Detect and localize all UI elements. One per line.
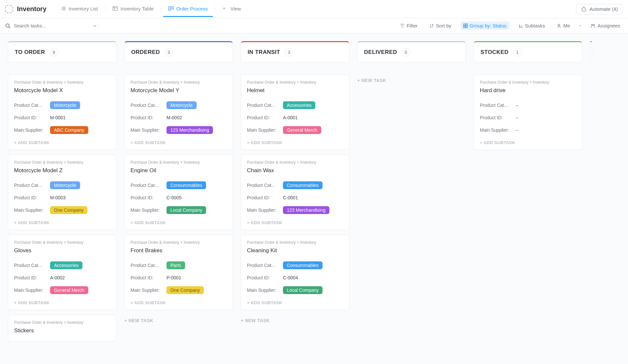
field-supplier: Main Supplier:123 Merchandising bbox=[131, 124, 227, 136]
card-title: Helmet bbox=[247, 87, 343, 94]
svg-rect-2 bbox=[172, 7, 173, 9]
card-title: Chain Wax bbox=[247, 167, 343, 174]
svg-rect-8 bbox=[466, 24, 467, 25]
card-title: Gloves bbox=[14, 247, 110, 254]
field-value: M-0001 bbox=[50, 115, 65, 120]
field-supplier: Main Supplier:– bbox=[480, 124, 576, 136]
task-card[interactable]: Purchase Order & Inventory > InventoryHe… bbox=[241, 74, 349, 150]
field-value: C-0004 bbox=[283, 275, 298, 280]
tabs: Inventory List Inventory Table Order Pro… bbox=[56, 1, 576, 17]
task-card[interactable]: Purchase Order & Inventory > InventoryMo… bbox=[8, 74, 116, 150]
me-button[interactable]: Me bbox=[554, 22, 573, 30]
new-task-button[interactable]: + NEW TASK bbox=[124, 315, 233, 326]
column-header[interactable]: ORDERED3 bbox=[124, 41, 233, 63]
tab-label: Order Process bbox=[176, 6, 208, 11]
filter-button[interactable]: Filter bbox=[397, 22, 420, 30]
group-button[interactable]: Group by: Status bbox=[461, 22, 509, 30]
task-card[interactable]: Purchase Order & Inventory > InventoryMo… bbox=[8, 155, 116, 230]
column-header[interactable]: STOCKED1 bbox=[474, 41, 582, 63]
task-card[interactable]: Purchase Order & Inventory > InventoryCl… bbox=[241, 235, 349, 310]
add-subtask-button[interactable]: + ADD SUBTASK bbox=[247, 136, 343, 150]
add-subtask-button[interactable]: + ADD SUBTASK bbox=[14, 216, 110, 230]
supplier-pill: Local Company bbox=[283, 286, 323, 294]
column-header[interactable]: TO ORDER9 bbox=[8, 41, 116, 63]
add-subtask-button[interactable]: + ADD SUBTASK bbox=[131, 136, 227, 150]
add-subtask-button[interactable]: + ADD SUBTASK bbox=[131, 296, 227, 310]
field-product-id: Product ID:A-0002 bbox=[14, 272, 110, 284]
breadcrumb: Purchase Order & Inventory > Inventory bbox=[14, 80, 110, 85]
field-product-id: Product ID:M-0001 bbox=[14, 111, 110, 124]
kanban-board: TO ORDER9Purchase Order & Inventory > In… bbox=[0, 33, 628, 354]
field-label: Product Cat... bbox=[131, 103, 166, 108]
field-category: Product Cat...Consummables bbox=[247, 259, 343, 272]
new-task-button[interactable]: + NEW TASK bbox=[357, 74, 466, 86]
task-card[interactable]: Purchase Order & Inventory > InventoryHa… bbox=[474, 74, 582, 150]
field-label: Main Supplier: bbox=[131, 127, 166, 133]
app-icon bbox=[5, 5, 13, 13]
add-subtask-button[interactable]: + ADD SUBTASK bbox=[14, 136, 110, 150]
card-title: Front Brakes bbox=[131, 247, 227, 254]
page-title: Inventory bbox=[17, 5, 46, 13]
svg-point-4 bbox=[583, 9, 584, 9]
field-label: Product Cat... bbox=[247, 263, 283, 268]
column-header[interactable]: IN TRANSIT3 bbox=[241, 41, 349, 63]
task-card[interactable]: Purchase Order & Inventory > InventoryMo… bbox=[124, 74, 233, 150]
tab-add-view[interactable]: + View bbox=[217, 1, 246, 17]
supplier-pill: One Company bbox=[50, 206, 87, 214]
card-title: Motorcycle Model X bbox=[14, 87, 110, 94]
field-supplier: Main Supplier:One Company bbox=[14, 204, 110, 216]
tab-inventory-table[interactable]: Inventory Table bbox=[107, 1, 159, 17]
chevron-down-icon[interactable] bbox=[93, 24, 97, 28]
field-label: Main Supplier: bbox=[247, 207, 283, 213]
task-card[interactable]: Purchase Order & Inventory > InventoryFr… bbox=[124, 235, 233, 310]
field-label: Product ID: bbox=[14, 115, 50, 120]
add-subtask-button[interactable]: + ADD SUBTASK bbox=[131, 216, 227, 230]
next-column-peek[interactable] bbox=[590, 41, 592, 61]
field-category: Product Cat...Consummables bbox=[131, 179, 227, 191]
column-ordered: ORDERED3Purchase Order & Inventory > Inv… bbox=[124, 41, 233, 326]
supplier-pill: General Merch bbox=[50, 286, 88, 294]
breadcrumb: Purchase Order & Inventory > Inventory bbox=[131, 160, 227, 165]
field-value: P-0001 bbox=[166, 275, 181, 280]
separator-dot: • bbox=[579, 23, 581, 29]
task-card[interactable]: Purchase Order & Inventory > InventoryGl… bbox=[8, 235, 116, 310]
field-label: Product Cat... bbox=[131, 183, 166, 188]
field-label: Main Supplier: bbox=[131, 288, 166, 293]
tab-inventory-list[interactable]: Inventory List bbox=[56, 1, 103, 17]
task-card[interactable]: Purchase Order & Inventory > InventoryEn… bbox=[124, 155, 233, 230]
field-supplier: Main Supplier:123 Merchandising bbox=[247, 204, 343, 216]
assignees-button[interactable]: Assignees bbox=[588, 22, 623, 30]
search-input[interactable] bbox=[14, 23, 66, 28]
task-card[interactable]: Purchase Order & Inventory > InventorySt… bbox=[8, 315, 116, 341]
breadcrumb: Purchase Order & Inventory > Inventory bbox=[480, 80, 576, 85]
sort-button[interactable]: Sort by bbox=[427, 22, 454, 30]
field-category: Product Cat...Motorcycle bbox=[14, 99, 110, 111]
svg-point-14 bbox=[591, 24, 593, 26]
breadcrumb: Purchase Order & Inventory > Inventory bbox=[14, 320, 110, 325]
svg-point-5 bbox=[584, 9, 585, 9]
field-label: Product ID: bbox=[247, 275, 283, 280]
tab-label: View bbox=[230, 6, 241, 11]
add-subtask-button[interactable]: + ADD SUBTASK bbox=[247, 296, 343, 310]
automate-button[interactable]: Automate (4) bbox=[576, 4, 623, 14]
header: Inventory Inventory List Inventory Table… bbox=[0, 0, 628, 18]
subtasks-button[interactable]: Subtasks bbox=[516, 22, 548, 30]
svg-point-15 bbox=[593, 24, 595, 26]
add-subtask-button[interactable]: + ADD SUBTASK bbox=[247, 216, 343, 230]
task-card[interactable]: Purchase Order & Inventory > InventoryCh… bbox=[241, 155, 349, 230]
category-pill: Accessories bbox=[283, 101, 315, 109]
add-subtask-button[interactable]: + ADD SUBTASK bbox=[14, 296, 110, 310]
card-title: Stickers bbox=[14, 327, 110, 334]
field-product-id: Product ID:A-0001 bbox=[247, 111, 343, 124]
svg-rect-0 bbox=[113, 7, 117, 10]
column-header[interactable]: DELIVERED0 bbox=[357, 41, 466, 63]
tab-order-process[interactable]: Order Process bbox=[163, 1, 213, 17]
search-icon bbox=[5, 23, 10, 28]
column-delivered: DELIVERED0+ NEW TASK bbox=[357, 41, 466, 86]
tab-separator bbox=[161, 6, 161, 13]
new-task-button[interactable]: + NEW TASK bbox=[241, 315, 349, 326]
search-wrap bbox=[5, 23, 97, 28]
column-title: ORDERED bbox=[131, 49, 160, 56]
column-title: IN TRANSIT bbox=[248, 49, 280, 56]
add-subtask-button[interactable]: + ADD SUBTASK bbox=[480, 136, 576, 150]
